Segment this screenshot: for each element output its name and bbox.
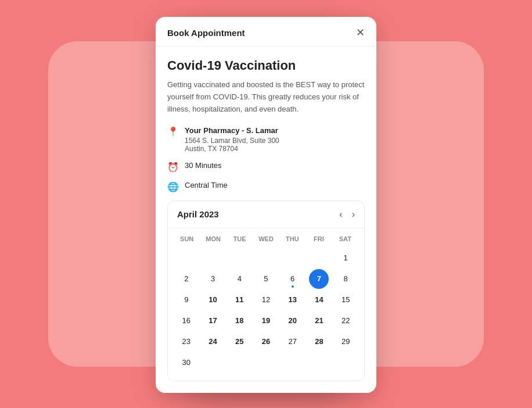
globe-icon: 🌐	[167, 181, 179, 192]
calendar-date[interactable]: 5	[256, 269, 276, 289]
modal-location-address: 1564 S. Lamar Blvd, Suite 300	[185, 137, 279, 145]
calendar-date[interactable]: 27	[283, 332, 303, 352]
modal-location-city: Austin, TX 78704	[185, 145, 279, 153]
calendar: April 2023 ‹ › SUN MON TUE WED THU FRI S…	[167, 201, 365, 381]
modal-desc: Getting vaccinated and boosted is the BE…	[167, 79, 365, 115]
modal-header: Book Appointment ✕	[156, 17, 376, 46]
calendar-date[interactable]: 18	[229, 311, 249, 331]
day-fri: FRI	[305, 233, 332, 245]
book-appointment-modal: Book Appointment ✕ Covid-19 Vaccination …	[156, 17, 376, 393]
calendar-date[interactable]: 17	[203, 311, 223, 331]
calendar-date[interactable]: 8	[336, 269, 355, 289]
calendar-date[interactable]: 15	[336, 290, 355, 310]
calendar-date[interactable]: 20	[283, 311, 303, 331]
day-mon: MON	[200, 233, 226, 245]
calendar-date[interactable]: 19	[256, 311, 276, 331]
calendar-date	[177, 248, 196, 268]
modal-duration: 30 Minutes	[185, 161, 222, 170]
clock-icon: ⏰	[167, 162, 179, 173]
calendar-date[interactable]: 29	[336, 332, 355, 352]
calendar-date[interactable]: 28	[309, 332, 329, 352]
calendar-grid: SUN MON TUE WED THU FRI SAT 123456789101…	[168, 228, 364, 381]
day-wed: WED	[253, 233, 279, 245]
calendar-date	[283, 353, 303, 373]
modal-duration-row: ⏰ 30 Minutes	[167, 161, 365, 173]
day-sat: SAT	[332, 233, 358, 245]
close-icon[interactable]: ✕	[356, 26, 365, 39]
calendar-date[interactable]: 1	[336, 248, 355, 268]
modal-service-title: Covid-19 Vaccination	[167, 58, 365, 73]
calendar-date[interactable]: 16	[177, 311, 196, 331]
calendar-next-button[interactable]: ›	[352, 209, 355, 220]
modal-title: Book Appointment	[167, 28, 245, 38]
main-container: 9:41 ▪▪▪ ⦿ ▮ Your Pharmacy Appointments …	[173, 11, 359, 397]
calendar-date	[203, 353, 223, 373]
calendar-date[interactable]: 6	[283, 269, 303, 289]
calendar-date[interactable]: 10	[203, 290, 223, 310]
day-thu: THU	[279, 233, 305, 245]
calendar-date	[229, 248, 249, 268]
calendar-date[interactable]: 30	[177, 353, 196, 373]
calendar-date[interactable]: 25	[229, 332, 249, 352]
calendar-prev-button[interactable]: ‹	[339, 209, 342, 220]
calendar-dates: 1234567891011121314151617181920212223242…	[174, 248, 358, 373]
calendar-date[interactable]: 9	[177, 290, 196, 310]
calendar-date[interactable]: 3	[203, 269, 223, 289]
calendar-date[interactable]: 14	[309, 290, 329, 310]
calendar-date[interactable]: 26	[256, 332, 276, 352]
calendar-date[interactable]: 22	[336, 311, 355, 331]
calendar-date	[309, 353, 329, 373]
calendar-date[interactable]: 7	[309, 269, 329, 289]
day-sun: SUN	[174, 233, 200, 245]
calendar-date[interactable]: 21	[309, 311, 329, 331]
calendar-date	[256, 248, 276, 268]
calendar-month: April 2023	[177, 209, 219, 219]
calendar-date[interactable]: 13	[283, 290, 303, 310]
calendar-date	[229, 353, 249, 373]
calendar-date	[283, 248, 303, 268]
calendar-date	[336, 353, 355, 373]
modal-timezone: Central Time	[185, 181, 228, 189]
calendar-date[interactable]: 2	[177, 269, 196, 289]
calendar-date	[203, 248, 223, 268]
calendar-date[interactable]: 4	[229, 269, 249, 289]
modal-timezone-row: 🌐 Central Time	[167, 181, 365, 192]
calendar-date[interactable]: 23	[177, 332, 196, 352]
location-pin-icon: 📍	[167, 126, 179, 137]
modal-location-row: 📍 Your Pharmacy - S. Lamar 1564 S. Lamar…	[167, 126, 365, 152]
modal-body: Covid-19 Vaccination Getting vaccinated …	[156, 46, 376, 393]
calendar-date[interactable]: 24	[203, 332, 223, 352]
calendar-date[interactable]: 12	[256, 290, 276, 310]
calendar-days-header: SUN MON TUE WED THU FRI SAT	[174, 233, 358, 245]
calendar-date[interactable]: 11	[229, 290, 249, 310]
day-tue: TUE	[227, 233, 253, 245]
modal-location-name: Your Pharmacy - S. Lamar	[185, 126, 279, 136]
calendar-date	[309, 248, 329, 268]
calendar-date	[256, 353, 276, 373]
calendar-nav: ‹ ›	[339, 209, 355, 220]
calendar-header: April 2023 ‹ ›	[168, 201, 364, 228]
